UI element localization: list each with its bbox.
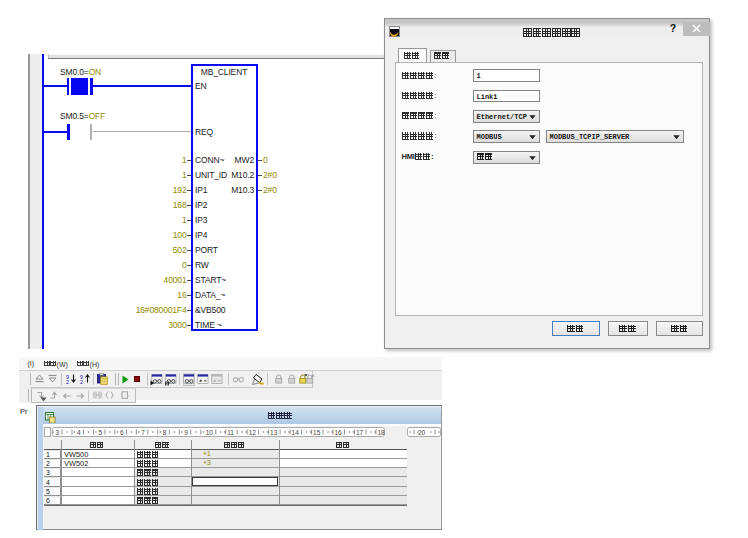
svg-text:16: 16 <box>334 429 342 436</box>
svg-text:10: 10 <box>205 429 213 436</box>
svg-text:5: 5 <box>98 429 102 436</box>
svg-text:20: 20 <box>418 429 426 436</box>
svg-text:4: 4 <box>76 429 80 436</box>
svg-text:7: 7 <box>141 429 145 436</box>
svg-text:14: 14 <box>291 429 299 436</box>
svg-text:17: 17 <box>355 429 363 436</box>
svg-text:2: 2 <box>80 379 83 385</box>
svg-text:11: 11 <box>227 429 234 436</box>
svg-text:15: 15 <box>313 429 321 436</box>
svg-text:6: 6 <box>119 429 123 436</box>
svg-text:18: 18 <box>377 429 385 436</box>
svg-text:3: 3 <box>55 429 59 436</box>
svg-text:13: 13 <box>270 429 278 436</box>
svg-text:9: 9 <box>184 429 188 436</box>
svg-text:12: 12 <box>248 429 256 436</box>
svg-text:8: 8 <box>162 429 166 436</box>
svg-text:2: 2 <box>66 379 69 385</box>
